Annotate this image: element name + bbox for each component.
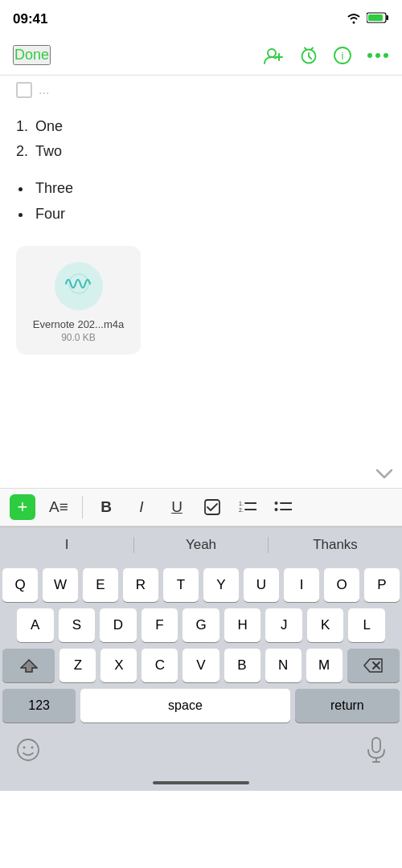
toolbar-divider	[82, 496, 83, 518]
key-s[interactable]: S	[59, 608, 96, 642]
key-k[interactable]: K	[307, 608, 344, 642]
audio-waveform-icon	[64, 272, 93, 301]
key-g[interactable]: G	[183, 608, 219, 642]
home-indicator	[0, 776, 402, 791]
key-y[interactable]: Y	[203, 568, 239, 602]
more-icon[interactable]	[367, 52, 389, 59]
numbers-key[interactable]: 123	[2, 689, 76, 723]
svg-point-15	[384, 53, 388, 58]
return-key[interactable]: return	[295, 689, 400, 723]
key-x[interactable]: X	[100, 649, 137, 682]
checkbox-button[interactable]	[200, 495, 224, 519]
attachment-card[interactable]: Evernote 202...m4a 90.0 KB	[16, 246, 141, 354]
svg-point-14	[375, 53, 380, 58]
audio-icon	[55, 262, 103, 310]
svg-text:1.: 1.	[239, 501, 244, 506]
list-item: Four	[32, 202, 386, 227]
key-w[interactable]: W	[43, 568, 78, 602]
svg-point-30	[23, 747, 26, 749]
key-o[interactable]: O	[324, 568, 359, 602]
key-l[interactable]: L	[348, 608, 385, 642]
battery-icon	[367, 12, 389, 27]
key-m[interactable]: M	[306, 649, 343, 682]
space-key[interactable]: space	[80, 689, 290, 723]
key-f[interactable]: F	[142, 608, 178, 642]
key-b[interactable]: B	[224, 649, 260, 682]
svg-point-31	[31, 747, 34, 749]
svg-rect-32	[372, 738, 380, 752]
info-icon[interactable]: i	[333, 46, 352, 65]
svg-line-8	[309, 56, 311, 59]
keyboard-row-1: Q W E R T Y U I O P	[2, 568, 400, 602]
add-content-button[interactable]: +	[10, 494, 35, 520]
svg-marker-26	[21, 660, 37, 672]
chevron-area	[0, 461, 402, 488]
svg-point-24	[275, 508, 278, 511]
mic-button[interactable]	[367, 737, 386, 768]
underline-button[interactable]: U	[165, 495, 189, 519]
keyboard-row-2: A S D F G H J K L	[2, 608, 400, 642]
checkbox-icon	[16, 82, 32, 98]
suggestion-item[interactable]: Yeah	[134, 537, 269, 553]
attachment-name: Evernote 202...m4a	[33, 318, 124, 330]
attachment-size: 90.0 KB	[61, 332, 96, 343]
partial-previous-line: ...	[16, 76, 386, 101]
clock-icon[interactable]	[299, 46, 318, 65]
bottom-bar	[0, 732, 402, 776]
bullet-list: Three Four	[16, 170, 386, 233]
key-z[interactable]: Z	[59, 649, 96, 682]
key-r[interactable]: R	[123, 568, 158, 602]
key-q[interactable]: Q	[2, 568, 38, 602]
svg-text:i: i	[342, 50, 344, 62]
bold-button[interactable]: B	[94, 495, 118, 519]
status-bar: 09:41	[0, 0, 402, 35]
suggestion-item[interactable]: I	[0, 537, 134, 553]
key-t[interactable]: T	[163, 568, 199, 602]
status-icons	[346, 12, 389, 27]
key-d[interactable]: D	[100, 608, 137, 642]
bullet-list-button[interactable]	[271, 495, 295, 519]
svg-text:2.: 2.	[239, 507, 244, 513]
key-v[interactable]: V	[183, 649, 219, 682]
keyboard-row-4: 123 space return	[2, 689, 400, 723]
shift-key[interactable]	[2, 649, 55, 682]
emoji-button[interactable]	[16, 738, 40, 768]
suggestion-item[interactable]: Thanks	[269, 537, 402, 553]
numbered-list-button[interactable]: 1. 2.	[236, 495, 260, 519]
svg-line-10	[311, 47, 314, 50]
key-n[interactable]: N	[265, 649, 302, 682]
svg-rect-2	[368, 14, 383, 21]
wifi-icon	[346, 12, 362, 27]
home-bar	[153, 781, 249, 784]
list-item: Three	[32, 176, 386, 202]
key-j[interactable]: J	[265, 608, 302, 642]
svg-point-22	[275, 502, 278, 505]
key-a[interactable]: A	[17, 608, 54, 642]
key-c[interactable]: C	[142, 649, 178, 682]
content-area: ... One Two Three Four Evernote 202...m4…	[0, 76, 402, 461]
keyboard: Q W E R T Y U I O P A S D F G H J K L Z …	[0, 562, 402, 732]
status-time: 09:41	[13, 11, 47, 27]
key-h[interactable]: H	[224, 608, 261, 642]
key-i[interactable]: I	[284, 568, 319, 602]
nav-bar: Done i	[0, 35, 402, 76]
done-button[interactable]: Done	[13, 45, 51, 65]
delete-key[interactable]	[347, 649, 400, 682]
svg-point-29	[18, 739, 39, 760]
text-style-button[interactable]: A≡	[47, 495, 71, 519]
key-e[interactable]: E	[83, 568, 118, 602]
key-u[interactable]: U	[244, 568, 279, 602]
suggestions-bar: I Yeah Thanks	[0, 526, 402, 562]
collapse-button[interactable]	[375, 466, 394, 485]
add-person-icon[interactable]	[264, 47, 285, 64]
keyboard-row-3: Z X C V B N M	[2, 649, 400, 682]
svg-point-13	[367, 53, 372, 58]
numbered-list: One Two	[16, 101, 386, 170]
list-item: One	[32, 114, 386, 139]
format-toolbar: + A≡ B I U 1. 2.	[0, 488, 402, 526]
italic-button[interactable]: I	[129, 495, 154, 519]
svg-point-3	[268, 49, 276, 57]
svg-line-9	[305, 47, 307, 50]
svg-rect-1	[387, 15, 389, 20]
key-p[interactable]: P	[364, 568, 400, 602]
